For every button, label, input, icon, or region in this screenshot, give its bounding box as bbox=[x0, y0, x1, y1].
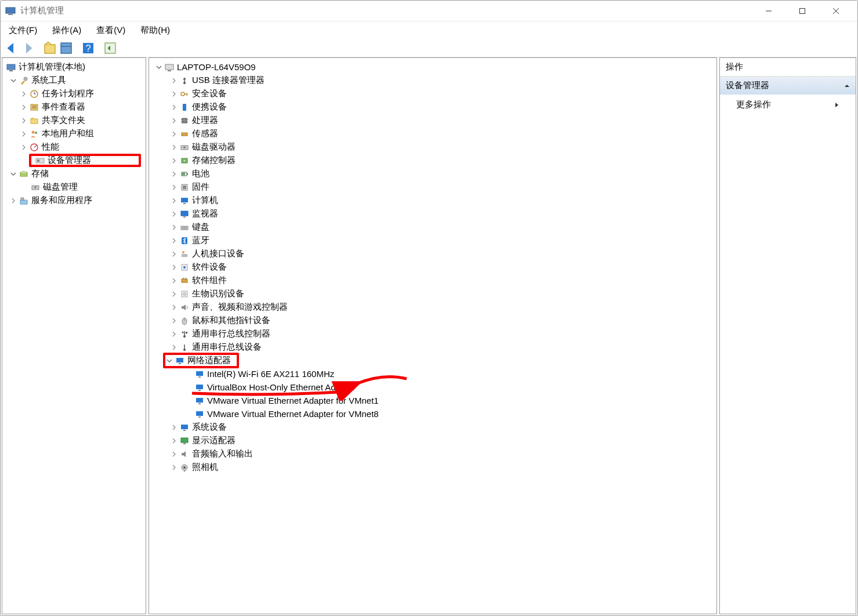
key-icon bbox=[179, 89, 190, 99]
device-category[interactable]: 磁盘驱动器 bbox=[149, 140, 716, 154]
device-category[interactable]: 键盘 bbox=[149, 220, 716, 234]
caret-right-icon[interactable] bbox=[170, 303, 178, 311]
menu-action[interactable]: 操作(A) bbox=[49, 24, 85, 37]
tree-event-viewer[interactable]: 事件查看器 bbox=[2, 100, 146, 114]
device-category[interactable]: 便携设备 bbox=[149, 100, 716, 114]
caret-right-icon[interactable] bbox=[170, 330, 178, 338]
device-category[interactable]: 音频输入和输出 bbox=[149, 447, 716, 461]
device-category[interactable]: 安全设备 bbox=[149, 87, 716, 100]
device-network-adapter-item[interactable]: VMware Virtual Ethernet Adapter for VMne… bbox=[149, 407, 716, 421]
svg-point-14 bbox=[24, 77, 27, 81]
close-button[interactable] bbox=[819, 1, 853, 21]
device-category[interactable]: 生物识别设备 bbox=[149, 287, 716, 300]
tree-local-users[interactable]: 本地用户和组 bbox=[2, 127, 146, 140]
caret-right-icon[interactable] bbox=[170, 77, 178, 85]
caret-right-icon[interactable] bbox=[170, 250, 178, 258]
caret-down-icon[interactable] bbox=[165, 357, 173, 365]
tree-device-manager[interactable]: 设备管理器 bbox=[29, 154, 141, 167]
device-network-adapter-item[interactable]: VirtualBox Host-Only Ethernet Adapter bbox=[149, 381, 716, 394]
caret-right-icon[interactable] bbox=[170, 277, 178, 285]
caret-right-icon[interactable] bbox=[170, 450, 178, 458]
device-category[interactable]: 照相机 bbox=[149, 461, 716, 474]
device-category[interactable]: 软件设备 bbox=[149, 260, 716, 274]
caret-down-icon[interactable] bbox=[155, 63, 163, 71]
caret-right-icon[interactable] bbox=[20, 90, 28, 98]
actions-more[interactable]: 更多操作 bbox=[720, 95, 856, 115]
device-category[interactable]: USB 连接器管理器 bbox=[149, 74, 716, 87]
caret-right-icon[interactable] bbox=[170, 197, 178, 205]
caret-right-icon[interactable] bbox=[170, 157, 178, 165]
collapse-icon[interactable] bbox=[844, 81, 850, 90]
device-category[interactable]: 蓝牙 bbox=[149, 234, 716, 247]
up-button[interactable] bbox=[42, 41, 57, 56]
device-category[interactable]: 计算机 bbox=[149, 194, 716, 207]
caret-right-icon[interactable] bbox=[20, 143, 28, 151]
caret-down-icon[interactable] bbox=[9, 77, 17, 85]
device-network-adapters[interactable]: 网络适配器 bbox=[149, 354, 716, 367]
tree-system-tools[interactable]: 系统工具 bbox=[2, 74, 146, 87]
caret-right-icon[interactable] bbox=[170, 143, 178, 151]
menu-file[interactable]: 文件(F) bbox=[5, 24, 41, 37]
tree-shared-folders[interactable]: 共享文件夹 bbox=[2, 114, 146, 127]
device-category[interactable]: 电池 bbox=[149, 167, 716, 180]
tools-icon bbox=[19, 75, 29, 86]
caret-right-icon[interactable] bbox=[170, 90, 178, 98]
device-category[interactable]: 存储控制器 bbox=[149, 154, 716, 167]
caret-right-icon[interactable] bbox=[20, 130, 28, 138]
device-category[interactable]: 监视器 bbox=[149, 207, 716, 220]
caret-right-icon[interactable] bbox=[170, 237, 178, 245]
caret-right-icon[interactable] bbox=[170, 290, 178, 298]
device-network-adapter-item[interactable]: Intel(R) Wi-Fi 6E AX211 160MHz bbox=[149, 367, 716, 381]
caret-right-icon[interactable] bbox=[170, 130, 178, 138]
actions-subheader[interactable]: 设备管理器 bbox=[720, 77, 856, 95]
device-category[interactable]: 显示适配器 bbox=[149, 434, 716, 447]
device-category[interactable]: 通用串行总线控制器 bbox=[149, 327, 716, 340]
caret-right-icon[interactable] bbox=[20, 117, 28, 125]
device-category[interactable]: 软件组件 bbox=[149, 274, 716, 287]
caret-right-icon[interactable] bbox=[170, 223, 178, 231]
forward-button[interactable] bbox=[20, 41, 35, 56]
sound-icon bbox=[179, 302, 190, 313]
device-category-label: 声音、视频和游戏控制器 bbox=[192, 302, 291, 313]
tree-services[interactable]: 服务和应用程序 bbox=[2, 194, 146, 207]
tree-root[interactable]: 计算机管理(本地) bbox=[2, 60, 146, 74]
tree-storage[interactable]: 存储 bbox=[2, 167, 146, 180]
properties-button[interactable] bbox=[59, 41, 74, 56]
caret-right-icon[interactable] bbox=[170, 263, 178, 271]
caret-right-icon[interactable] bbox=[170, 117, 178, 125]
menu-view[interactable]: 查看(V) bbox=[93, 24, 129, 37]
maximize-button[interactable] bbox=[785, 1, 819, 21]
caret-right-icon[interactable] bbox=[170, 170, 178, 178]
caret-down-icon[interactable] bbox=[9, 170, 17, 178]
tree-disk-mgmt[interactable]: 磁盘管理 bbox=[2, 180, 146, 194]
caret-right-icon[interactable] bbox=[170, 343, 178, 352]
device-category[interactable]: 传感器 bbox=[149, 127, 716, 140]
minimize-button[interactable] bbox=[752, 1, 785, 21]
caret-right-icon[interactable] bbox=[170, 463, 178, 472]
device-category[interactable]: 系统设备 bbox=[149, 421, 716, 434]
caret-right-icon[interactable] bbox=[170, 317, 178, 325]
caret-right-icon[interactable] bbox=[170, 423, 178, 432]
caret-right-icon[interactable] bbox=[20, 103, 28, 111]
caret-right-icon[interactable] bbox=[170, 183, 178, 191]
device-category[interactable]: 人机接口设备 bbox=[149, 247, 716, 260]
caret-right-icon[interactable] bbox=[170, 210, 178, 218]
svg-rect-81 bbox=[176, 358, 183, 363]
device-category[interactable]: 声音、视频和游戏控制器 bbox=[149, 300, 716, 314]
caret-right-icon[interactable] bbox=[170, 437, 178, 445]
help-button[interactable]: ? bbox=[81, 41, 96, 56]
caret-right-icon[interactable] bbox=[9, 197, 17, 205]
tree-root-label: 计算机管理(本地) bbox=[19, 61, 89, 73]
tree-task-scheduler[interactable]: 任务计划程序 bbox=[2, 87, 146, 100]
tree-performance[interactable]: 性能 bbox=[2, 140, 146, 154]
device-category[interactable]: 鼠标和其他指针设备 bbox=[149, 314, 716, 327]
device-category[interactable]: 通用串行总线设备 bbox=[149, 340, 716, 354]
device-category[interactable]: 处理器 bbox=[149, 114, 716, 127]
device-root[interactable]: LAPTOP-L64V59O9 bbox=[149, 60, 716, 74]
device-network-adapter-item[interactable]: VMware Virtual Ethernet Adapter for VMne… bbox=[149, 394, 716, 407]
caret-right-icon[interactable] bbox=[170, 103, 178, 111]
device-category[interactable]: 固件 bbox=[149, 180, 716, 194]
menu-help[interactable]: 帮助(H) bbox=[137, 24, 173, 37]
back-button[interactable] bbox=[4, 41, 19, 56]
refresh-button[interactable] bbox=[103, 41, 118, 56]
